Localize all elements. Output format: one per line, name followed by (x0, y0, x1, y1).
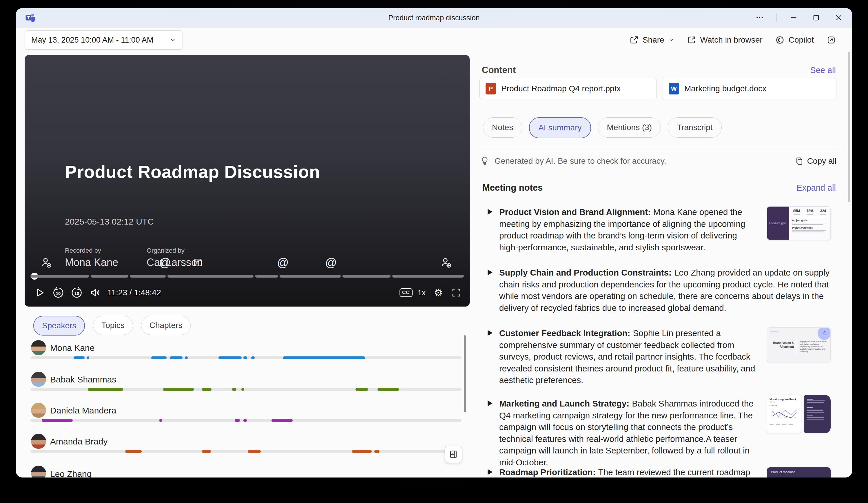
tab-ai-summary[interactable]: AI summary (529, 117, 591, 138)
skip-forward-10-button[interactable]: 10 (68, 285, 86, 301)
share-label: Share (643, 35, 664, 45)
slide-heading: Project outcomes (792, 226, 827, 229)
mention-watermark-icon: @ (325, 256, 337, 269)
slide-heading: Project goals (792, 219, 827, 222)
tab-chapters[interactable]: Chapters (141, 316, 191, 335)
watch-in-browser-button[interactable]: Watch in browser (687, 35, 763, 45)
video-slide-title: Product Roadmap Discussion (65, 162, 320, 182)
titlebar-divider (776, 13, 777, 22)
svg-text:10: 10 (56, 291, 61, 296)
tab-transcript[interactable]: Transcript (668, 117, 721, 137)
panel-divider (478, 146, 840, 146)
captions-button[interactable]: CC (400, 288, 413, 297)
copilot-label: Copilot (789, 35, 814, 45)
teams-logo-icon: T (24, 12, 35, 23)
mention-watermark-icon: @ (159, 256, 171, 269)
share-icon (629, 35, 639, 45)
share-watermark-icon (192, 257, 204, 268)
close-icon (835, 14, 843, 22)
note-title: Supply Chain and Production Constraints: (499, 268, 672, 277)
file-card-pptx[interactable]: P Product Roadmap Q4 report.pptx (479, 78, 657, 99)
expand-caret-icon[interactable] (488, 469, 493, 475)
volume-icon (90, 287, 101, 298)
skip-back-10-button[interactable]: 10 (49, 285, 68, 301)
tab-speakers[interactable]: Speakers (33, 316, 85, 336)
recorded-by-label: Recorded by (65, 247, 101, 254)
tab-topics[interactable]: Topics (93, 316, 133, 335)
copy-all-label: Copy all (807, 156, 836, 166)
person-arrow-watermark-icon (440, 256, 452, 269)
slide-thumbnail[interactable] (804, 395, 830, 433)
date-range-dropdown[interactable]: May 13, 2025 10:00 AM - 11:00 AM (24, 30, 183, 50)
slide-subtitle: Subtitle (769, 401, 798, 403)
timeline-filter-tabs: Speakers Topics Chapters (33, 316, 190, 336)
slide-title: Monitoring feedback (769, 398, 798, 401)
speaker-name: Daniela Mandera (50, 406, 116, 415)
chevron-down-icon (169, 37, 176, 43)
slide-count-badge: 4 (818, 327, 830, 340)
expand-all-link[interactable]: Expand all (797, 183, 836, 193)
speaker-timeline[interactable] (30, 419, 462, 422)
svg-text:10: 10 (74, 291, 79, 296)
recorded-by-name: Mona Kane (65, 256, 118, 269)
slide-body-text: High performance, sustainable, and styli… (799, 340, 828, 353)
copy-all-button[interactable]: Copy all (795, 156, 836, 166)
slide-label: Brand Vision & Alignment (769, 341, 794, 349)
avatar (31, 340, 46, 355)
speaker-timeline[interactable] (30, 356, 462, 359)
copilot-button[interactable]: Copilot (775, 35, 814, 45)
minimize-button[interactable] (788, 12, 799, 23)
share-button[interactable]: Share (629, 35, 674, 45)
note-title: Roadmap Prioritization: (499, 468, 596, 477)
maximize-icon (812, 14, 820, 22)
video-player[interactable]: Product Roadmap Discussion 2025-05-13 02… (24, 55, 469, 307)
tab-notes[interactable]: Notes (483, 117, 522, 137)
expand-caret-icon[interactable] (488, 269, 493, 275)
slide-thumbnail[interactable]: Brand Vision & Alignment High performanc… (767, 327, 830, 362)
panel-scrollbar[interactable] (848, 52, 850, 202)
lightbulb-icon (479, 156, 490, 166)
expand-caret-icon[interactable] (488, 330, 493, 336)
popout-button[interactable] (827, 35, 836, 45)
more-options-icon (755, 13, 764, 22)
more-options-button[interactable] (754, 12, 765, 23)
expand-caret-icon[interactable] (488, 209, 493, 215)
expand-caret-icon[interactable] (488, 400, 493, 406)
note-title: Customer Feedback Integration: (499, 328, 630, 338)
date-range-label: May 13, 2025 10:00 AM - 11:00 AM (31, 35, 153, 45)
stat-value: $5M (793, 209, 800, 213)
popout-icon (827, 35, 836, 45)
collapse-panel-button[interactable] (445, 445, 462, 463)
meeting-notes-heading: Meeting notes (482, 183, 542, 193)
volume-button[interactable] (86, 285, 105, 301)
speaker-timeline[interactable] (30, 450, 462, 453)
stat-value: 324 (820, 209, 826, 213)
see-all-link[interactable]: See all (810, 65, 836, 75)
note-body: Babak Shammas introduced the Q4 marketin… (499, 399, 754, 467)
avatar (31, 372, 46, 387)
maximize-button[interactable] (810, 12, 822, 23)
avatar (31, 434, 46, 449)
playback-rate-button[interactable]: 1x (415, 288, 428, 297)
file-name: Product Roadmap Q4 report.pptx (501, 84, 621, 93)
fullscreen-icon (451, 287, 462, 298)
collapse-panel-icon (448, 449, 458, 459)
play-button[interactable] (30, 285, 49, 301)
avatar (31, 466, 46, 478)
speaker-name: Mona Kane (50, 343, 94, 353)
fullscreen-button[interactable] (449, 285, 464, 301)
close-button[interactable] (833, 12, 845, 23)
settings-button[interactable]: ⚙ (431, 285, 446, 301)
video-progress-bar[interactable] (30, 275, 464, 278)
slide-thumbnail[interactable]: Product roadmap (767, 468, 830, 478)
open-in-browser-icon (687, 35, 696, 45)
slide-thumbnail[interactable]: Monitoring feedback Subtitle Chart title (767, 395, 801, 433)
person-add-watermark-icon (40, 256, 52, 269)
slide-thumbnail[interactable]: Product goal $5M 78% 324 Project goals P… (767, 206, 830, 240)
avatar (31, 403, 46, 418)
speakers-scrollbar[interactable] (464, 335, 466, 412)
file-card-docx[interactable]: W Marketing budget.docx (663, 78, 836, 99)
tab-mentions[interactable]: Mentions (3) (598, 117, 661, 137)
organized-by-label: Organized by (147, 247, 185, 254)
speaker-timeline[interactable] (30, 388, 462, 391)
